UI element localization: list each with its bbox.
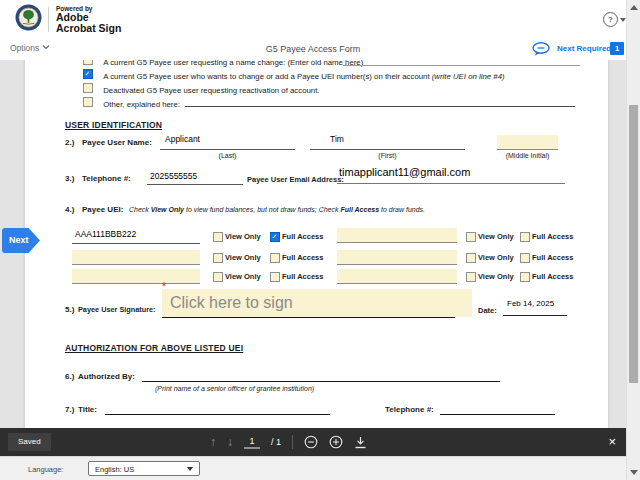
language-value: English: US	[95, 465, 134, 474]
other-checkbox[interactable]	[83, 97, 93, 107]
page-up-button[interactable]: ↑	[210, 436, 216, 448]
name-change-checkbox[interactable]	[83, 60, 93, 65]
view-only-label: View Only	[225, 232, 261, 241]
telephone-field[interactable]: 2025555555	[150, 171, 197, 181]
scrollbar-down-button[interactable]	[630, 470, 638, 475]
middle-caption: (Middle Initial)	[485, 152, 570, 159]
top-header: Powered by Adobe Acrobat Sign ?	[0, 0, 626, 39]
reactivation-checkbox[interactable]	[83, 83, 93, 93]
uei-field-3b[interactable]	[337, 269, 457, 284]
uei-field-1b[interactable]	[337, 228, 457, 243]
authorization-heading: AUTHORIZATION FOR ABOVE LISTED UEI	[65, 343, 243, 353]
q2-label: Payee User Name:	[82, 138, 152, 147]
full-access-checkbox[interactable]	[270, 253, 280, 263]
q4-instructions: Check View Only to view fund balances, b…	[129, 206, 425, 213]
comment-icon[interactable]	[531, 42, 551, 57]
page-number-input[interactable]: 1	[244, 436, 260, 449]
uei-field-2[interactable]	[72, 250, 200, 265]
checkbox-item-reactivation: Deactivated G5 Payee user requesting rea…	[83, 83, 320, 95]
options-bar: Options G5 Payee Access Form Next Requir…	[0, 38, 626, 61]
user-identification-heading: USER IDENTIFICATION	[65, 120, 162, 130]
view-only-checkbox[interactable]	[466, 253, 476, 263]
q6-caption: (Print name of a senior officer of grant…	[155, 385, 314, 392]
signature-field[interactable]: Click here to sign	[162, 289, 472, 317]
full-access-label: Full Access	[532, 253, 573, 262]
middle-initial-field[interactable]	[497, 135, 558, 150]
header-divider	[48, 7, 49, 32]
view-only-checkbox[interactable]	[466, 272, 476, 282]
q5-label: Payee User Signature:	[78, 305, 155, 314]
help-button[interactable]: ?	[603, 12, 618, 27]
title-line	[105, 414, 330, 415]
full-access-checkbox[interactable]	[270, 272, 280, 282]
q3-label: Telephone #:	[82, 174, 131, 183]
q3-number: 3.)	[65, 174, 74, 183]
close-button[interactable]: ×	[608, 434, 616, 450]
next-required-button[interactable]: Next Required	[557, 44, 611, 53]
view-only-checkbox[interactable]	[466, 232, 476, 242]
email-field[interactable]: timapplicant11@gmail.com	[339, 166, 470, 178]
view-only-checkbox[interactable]	[213, 272, 223, 282]
q6-label: Authorized By:	[78, 372, 135, 381]
saved-status: Saved	[8, 433, 51, 451]
full-access-checkbox[interactable]	[270, 232, 280, 242]
scrollbar-up-button[interactable]	[630, 5, 638, 10]
q6-number: 6.)	[65, 372, 74, 381]
date-field[interactable]: Feb 14, 2025	[507, 299, 554, 308]
checkbox-item-other: Other, explained here:	[83, 97, 180, 109]
full-access-label: Full Access	[532, 232, 573, 241]
q5-number: 5.)	[65, 305, 74, 314]
name-change-line	[343, 65, 580, 66]
authorized-by-line	[142, 381, 500, 382]
view-only-label: View Only	[478, 232, 514, 241]
bottom-toolbar: Saved ↑ ↓ 1 / 1 ×	[0, 428, 626, 456]
last-name-line	[160, 149, 295, 150]
payee-last-name-field[interactable]: Applicant	[165, 134, 200, 144]
page-down-button[interactable]: ↓	[227, 436, 233, 448]
first-caption: (First)	[310, 152, 465, 159]
toolbar-divider	[292, 435, 293, 449]
checkbox-item-label: A current G5 Payee user requesting a nam…	[103, 60, 363, 67]
telephone-line	[147, 184, 243, 185]
last-caption: (Last)	[160, 152, 295, 159]
language-select[interactable]: English: US	[88, 461, 200, 476]
full-access-checkbox[interactable]	[520, 272, 530, 282]
full-access-label: Full Access	[282, 272, 323, 281]
q4-label: Payee UEI:	[82, 205, 123, 214]
email-line	[337, 183, 565, 184]
agency-seal-logo	[15, 4, 42, 31]
view-only-checkbox[interactable]	[213, 253, 223, 263]
checkbox-item-label: A current G5 Payee user who wants to cha…	[103, 72, 432, 81]
uei-field-2b[interactable]	[337, 250, 457, 265]
view-only-label: View Only	[478, 272, 514, 281]
date-label: Date:	[478, 306, 497, 315]
download-icon[interactable]	[354, 436, 367, 449]
uei-line-1	[72, 243, 200, 244]
checkbox-item-clipped: A current G5 Payee user requesting a nam…	[83, 60, 363, 67]
footer-bar: Language: English: US	[0, 456, 626, 480]
page-total-label: / 1	[271, 437, 281, 447]
acrobat-sign-brand: Acrobat Sign	[56, 23, 121, 34]
full-access-label: Full Access	[282, 253, 323, 262]
zoom-out-icon[interactable]	[304, 435, 318, 449]
uei-field-1[interactable]: AAA111BBB222	[75, 229, 136, 239]
scrollbar[interactable]	[626, 0, 640, 480]
full-access-checkbox[interactable]	[520, 232, 530, 242]
q7-number: 7.)	[65, 405, 74, 414]
uei-change-checkbox[interactable]	[83, 69, 93, 79]
q2-number: 2.)	[65, 138, 74, 147]
first-name-line	[310, 149, 465, 150]
payee-first-name-field[interactable]: Tim	[330, 134, 344, 144]
uei-field-3[interactable]	[72, 269, 200, 284]
full-access-checkbox[interactable]	[520, 253, 530, 263]
signature-placeholder: Click here to sign	[170, 294, 293, 312]
document-viewport[interactable]: A current G5 Payee user requesting a nam…	[0, 60, 626, 456]
next-required-badge: 1	[610, 42, 624, 55]
zoom-in-icon[interactable]	[329, 435, 343, 449]
checkbox-item-uei-change: A current G5 Payee user who wants to cha…	[83, 69, 505, 81]
document-page: A current G5 Payee user requesting a nam…	[25, 60, 608, 428]
scrollbar-thumb[interactable]	[629, 105, 638, 383]
other-explain-line	[185, 106, 575, 107]
view-only-checkbox[interactable]	[213, 232, 223, 242]
checkbox-item-label: Deactivated G5 Payee user requesting rea…	[103, 86, 319, 95]
